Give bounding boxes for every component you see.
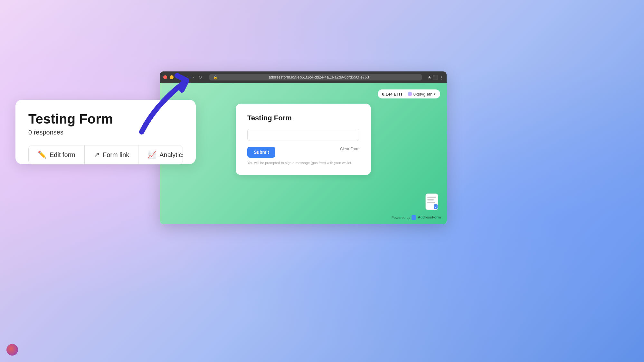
extensions-icon[interactable]: ⬛ — [433, 75, 438, 80]
browser-url-bar[interactable]: 🔒 addressform.io/f/eb51f1c4-dd24-4a13-a2… — [209, 74, 422, 80]
edit-form-label: Edit form — [50, 151, 75, 159]
powered-by-text: Powered by — [392, 216, 410, 219]
wallet-note: You will be prompted to sign a message (… — [247, 161, 359, 165]
wallet-name: 0xstvg.eth ▾ — [408, 92, 436, 97]
eth-amount: 0.144 ETH — [382, 92, 402, 97]
powered-by-footer: Powered by AddressForm — [392, 215, 441, 220]
app-icon: 7 — [424, 192, 440, 211]
form-link-label: Form link — [103, 151, 129, 159]
svg-text:7: 7 — [435, 205, 436, 209]
form-text-input[interactable] — [247, 129, 359, 141]
form-card: Testing Form Submit Clear Form You will … — [236, 104, 371, 175]
wallet-divider — [405, 91, 405, 97]
link-icon: ↗ — [94, 151, 99, 159]
wallet-name-text: 0xstvg.eth — [413, 92, 432, 97]
wallet-dropdown-icon[interactable]: ▾ — [434, 92, 436, 96]
edit-icon: ✏️ — [38, 151, 46, 159]
brand-icon — [412, 215, 416, 220]
clear-form-button[interactable]: Clear Form — [340, 147, 359, 151]
browser-toolbar-right: ★ ⬛ ⋮ — [428, 75, 443, 80]
wallet-badge[interactable]: 0.144 ETH 0xstvg.eth ▾ — [378, 89, 440, 98]
purple-dot-decoration — [6, 344, 18, 356]
lock-icon: 🔒 — [213, 75, 218, 79]
form-card-title: Testing Form — [247, 114, 359, 122]
bookmark-icon[interactable]: ★ — [428, 75, 431, 80]
svg-rect-2 — [427, 199, 434, 200]
svg-rect-1 — [427, 197, 436, 198]
url-text: addressform.io/f/eb51f1c4-dd24-4a13-a2d9… — [220, 75, 418, 79]
wallet-circle-icon — [408, 92, 412, 96]
menu-icon[interactable]: ⋮ — [439, 75, 443, 80]
submit-button[interactable]: Submit — [247, 147, 275, 158]
edit-form-button[interactable]: ✏️ Edit form — [29, 145, 85, 164]
analytics-icon: 📈 — [147, 151, 156, 159]
svg-rect-3 — [427, 202, 435, 203]
arrow-decoration — [122, 61, 213, 151]
analytics-label: Analytics — [159, 151, 183, 159]
brand-name: AddressForm — [412, 215, 441, 220]
